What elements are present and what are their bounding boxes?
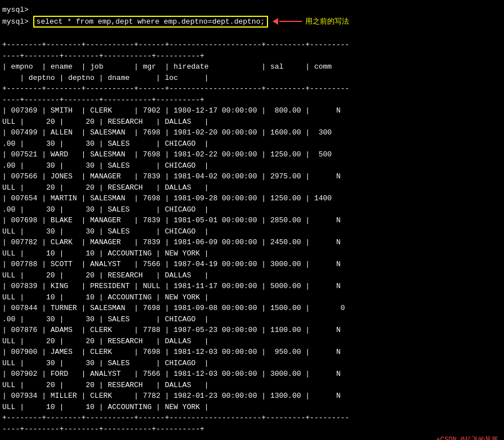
row-blake-1: | 007698 | BLAKE | MANAGER | 7839 | 1981… — [2, 216, 341, 225]
watermark: +CSDN @起飞的风筝 — [436, 435, 498, 441]
row-ford-1: | 007902 | FORD | ANALYST | 7566 | 1981-… — [2, 370, 341, 378]
sql-command[interactable]: select * from emp,dept where emp.deptno=… — [33, 16, 269, 28]
row-ward-1: | 007521 | WARD | SALESMAN | 7698 | 1981… — [2, 150, 332, 159]
annotation-label: 用之前的写法 — [305, 16, 349, 26]
row-scott-1: | 007788 | SCOTT | ANALYST | 7566 | 1987… — [2, 260, 341, 268]
arrow-head-icon — [273, 18, 278, 25]
row-martin-2: .00 | 30 | 30 | SALES | CHICAGO | — [2, 205, 209, 214]
row-turner-2: .00 | 30 | 30 | SALES | CHICAGO | — [2, 315, 209, 324]
row-scott-2: ULL | 20 | 20 | RESEARCH | DALLAS | — [2, 271, 209, 280]
row-adams-1: | 007876 | ADAMS | CLERK | 7788 | 1987-0… — [2, 326, 341, 334]
row-king-1: | 007839 | KING | PRESIDENT | NULL | 198… — [2, 282, 341, 290]
row-clark-2: ULL | 10 | 10 | ACCOUNTING | NEW YORK | — [2, 249, 209, 258]
row-smith-1: | 007369 | SMITH | CLERK | 7902 | 1980-1… — [2, 106, 341, 115]
header-divider-top: +--------+--------+-----------+------+--… — [2, 41, 349, 60]
row-james-1: | 007900 | JAMES | CLERK | 7698 | 1981-1… — [2, 348, 341, 356]
terminal-window: mysql> mysql> select * from emp,dept whe… — [0, 0, 504, 440]
row-smith-2: ULL | 20 | 20 | RESEARCH | DALLAS | — [2, 118, 209, 126]
row-jones-2: ULL | 20 | 20 | RESEARCH | DALLAS | — [2, 183, 209, 192]
row-allen-2: .00 | 30 | 30 | SALES | CHICAGO | — [2, 140, 209, 148]
table-output: +--------+--------+-----------+------+--… — [2, 29, 502, 441]
row-allen-1: | 007499 | ALLEN | SALESMAN | 7698 | 198… — [2, 128, 332, 137]
row-ford-2: ULL | 20 | 20 | RESEARCH | DALLAS | — [2, 381, 209, 389]
command-line: mysql> select * from emp,dept where emp.… — [2, 16, 502, 28]
row-ward-2: .00 | 30 | 30 | SALES | CHICAGO | — [2, 161, 209, 170]
row-miller-2: ULL | 10 | 10 | ACCOUNTING | NEW YORK | — [2, 403, 209, 411]
footer-divider: +--------+--------+-----------+------+--… — [2, 414, 349, 433]
row-jones-1: | 007566 | JONES | MANAGER | 7839 | 1981… — [2, 172, 341, 181]
row-adams-2: ULL | 20 | 20 | RESEARCH | DALLAS | — [2, 337, 209, 345]
prompt-line-1: mysql> — [2, 5, 502, 16]
row-king-2: ULL | 10 | 10 | ACCOUNTING | NEW YORK | — [2, 293, 209, 302]
row-martin-1: | 007654 | MARTIN | SALESMAN | 7698 | 19… — [2, 194, 332, 203]
row-miller-1: | 007934 | MILLER | CLERK | 7782 | 1982-… — [2, 392, 341, 400]
row-clark-1: | 007782 | CLARK | MANAGER | 7839 | 1981… — [2, 238, 341, 246]
prompt-2: mysql> — [2, 17, 33, 26]
row-james-2: ULL | 30 | 30 | SALES | CHICAGO | — [2, 359, 209, 367]
row-turner-1: | 007844 | TURNER | SALESMAN | 7698 | 19… — [2, 304, 345, 312]
row-blake-2: ULL | 30 | 30 | SALES | CHICAGO | — [2, 227, 209, 236]
arrow-line-icon — [279, 21, 302, 22]
header-divider-bottom: +--------+--------+-----------+------+--… — [2, 84, 349, 104]
column-headers: | empno | ename | job | mgr | hiredate |… — [2, 62, 332, 82]
annotation-area: 用之前的写法 — [273, 16, 349, 26]
